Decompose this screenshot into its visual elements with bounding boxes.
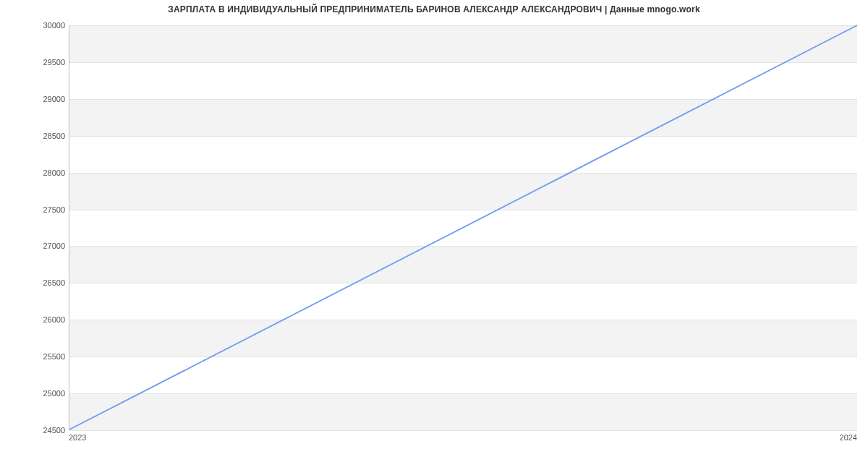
x-tick-end: 2024 bbox=[840, 433, 857, 442]
y-tick-label: 26500 bbox=[22, 278, 65, 287]
chart-container: ЗАРПЛАТА В ИНДИВИДУАЛЬНЫЙ ПРЕДПРИНИМАТЕЛ… bbox=[0, 0, 868, 470]
y-tick-label: 25500 bbox=[22, 352, 65, 361]
y-tick-label: 28500 bbox=[22, 132, 65, 140]
line-layer bbox=[69, 25, 857, 430]
plot-area bbox=[69, 25, 857, 430]
chart-title: ЗАРПЛАТА В ИНДИВИДУАЛЬНЫЙ ПРЕДПРИНИМАТЕЛ… bbox=[0, 4, 868, 14]
y-tick-label: 29500 bbox=[22, 58, 65, 67]
y-tick-label: 30000 bbox=[22, 21, 65, 30]
y-tick-label: 29000 bbox=[22, 95, 65, 103]
grid-line bbox=[69, 430, 857, 431]
x-tick-start: 2023 bbox=[69, 433, 86, 442]
y-tick-label: 24500 bbox=[22, 426, 65, 435]
y-tick-label: 25000 bbox=[22, 389, 65, 398]
y-tick-label: 27000 bbox=[22, 242, 65, 250]
data-line bbox=[69, 25, 857, 430]
y-tick-label: 26000 bbox=[22, 315, 65, 324]
y-tick-label: 27500 bbox=[22, 205, 65, 214]
y-tick-label: 28000 bbox=[22, 168, 65, 177]
